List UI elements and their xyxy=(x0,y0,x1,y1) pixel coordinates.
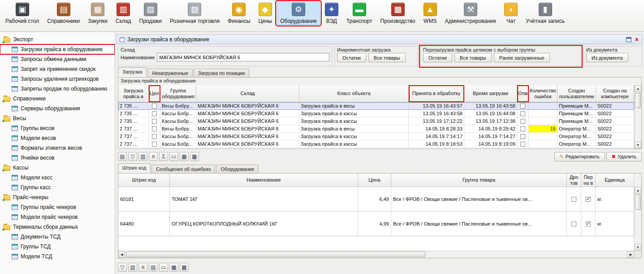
toolbar-item[interactable]: ◗ Чат xyxy=(501,1,521,25)
tree-item[interactable]: Группы весов xyxy=(0,123,115,133)
fill-down-icon[interactable]: ▤ xyxy=(149,263,158,272)
tree-item[interactable]: Кассы xyxy=(0,163,115,173)
tree-item[interactable]: Терминалы сбора данных xyxy=(0,222,115,232)
tree-item[interactable]: Запреты продаж по оборудованию xyxy=(0,84,115,94)
toolbar-item[interactable]: ▦ Закупки xyxy=(84,1,111,25)
row-numbers-icon[interactable]: ≡ xyxy=(138,263,147,272)
delete-button[interactable]: ✖ Удалить xyxy=(606,152,642,161)
column-header-price[interactable]: Цена xyxy=(358,174,391,187)
tree-item[interactable]: Запрет на применение скидок xyxy=(0,64,115,74)
column-header-object-class[interactable]: Класс объекта xyxy=(299,85,409,102)
column-header-unit[interactable]: Единица xyxy=(596,174,634,187)
totals-icon[interactable]: Σ xyxy=(159,152,168,161)
toolbar-item[interactable]: ▮ Учётная запись xyxy=(522,1,568,25)
load-row[interactable]: 2 737 ... Кассы Бобр... МАГАЗИН МИНСК БО… xyxy=(118,133,634,140)
excel-export-icon[interactable]: ▦ xyxy=(169,263,178,272)
column-header-mark[interactable]: Отм xyxy=(517,85,529,102)
tree-item[interactable]: Справочники xyxy=(0,94,115,104)
column-header-error-count[interactable]: Количество ошибок xyxy=(529,85,558,102)
tree-item[interactable]: Форматы этикеток весов xyxy=(0,143,115,153)
fractional-checkbox[interactable] xyxy=(571,197,576,202)
mark-checkbox[interactable] xyxy=(520,111,525,116)
incremental-load-button[interactable]: Все товары xyxy=(368,53,406,62)
target-checkbox[interactable] xyxy=(152,134,157,139)
product-row[interactable]: 60181 ТОМАТ 1КГ 6,49 Все / ФРОВ / Овощи … xyxy=(118,187,634,212)
scroll-down-button[interactable]: ▼ xyxy=(635,244,641,251)
toolbar-item[interactable]: ▧ Продажи xyxy=(136,1,165,25)
toolbar-item[interactable]: ▨ Розничная торговля xyxy=(166,1,223,25)
edit-button[interactable]: ✎ Редактировать xyxy=(554,152,605,161)
column-header-product-group[interactable]: Группа товара xyxy=(391,174,567,187)
columns-icon[interactable]: ▥ xyxy=(138,152,147,161)
close-button[interactable]: × xyxy=(634,36,640,43)
full-reload-button[interactable]: Все товары xyxy=(454,53,492,62)
load-row[interactable]: 2 735 ... Весы Бобру... МАГАЗИН МИНСК БО… xyxy=(118,102,634,110)
scroll-up-button[interactable]: ▲ xyxy=(635,187,641,194)
toolbar-item[interactable]: ⚒ Администрирование xyxy=(441,1,500,25)
target-checkbox[interactable] xyxy=(152,142,157,147)
column-header-load-time[interactable]: Время загрузки xyxy=(464,85,517,102)
scroll-thumb[interactable] xyxy=(635,93,641,108)
toolbar-item[interactable]: ⚙ Оборудование xyxy=(277,1,320,25)
column-header-accepted[interactable]: Принята в обработку xyxy=(409,85,464,102)
scroll-left-button[interactable]: ◀ xyxy=(118,251,125,258)
mark-checkbox[interactable] xyxy=(520,119,525,124)
tree-item[interactable]: Запросы удаления штрихкодов xyxy=(0,74,115,84)
column-header-name[interactable]: Наименование xyxy=(170,174,358,187)
mark-checkbox[interactable] xyxy=(520,126,525,131)
tree-item[interactable]: Модели касс xyxy=(0,173,115,183)
toolbar-item[interactable]: ▤ Справочники xyxy=(43,1,83,25)
scroll-right-button[interactable]: ▶ xyxy=(627,251,634,258)
mark-checkbox[interactable] xyxy=(520,134,525,139)
full-reload-button[interactable]: Остатки xyxy=(423,53,452,62)
fill-down-icon[interactable]: ▤ xyxy=(118,152,127,161)
toolbar-item[interactable]: ✦ ВЭД xyxy=(321,1,342,25)
tree-item[interactable]: Серверы оборудования xyxy=(0,104,115,113)
toolbar-item[interactable]: ▩ Производство xyxy=(377,1,419,25)
print-icon[interactable]: ▭ xyxy=(169,152,178,161)
column-header-print-on-scale[interactable]: Пер на в xyxy=(581,174,596,187)
tree-item[interactable]: Группы касс xyxy=(0,183,115,192)
load-row[interactable]: 2 735 ... Кассы Бобр... МАГАЗИН МИНСК БО… xyxy=(118,110,634,117)
column-header-load-id[interactable]: Загрузка прайса в xyxy=(118,85,149,102)
print-on-scale-checkbox[interactable] xyxy=(586,222,591,226)
filter-icon[interactable]: ▽ xyxy=(128,152,137,161)
row-numbers-icon[interactable]: ≡ xyxy=(149,152,158,161)
store-name-input[interactable] xyxy=(157,53,329,61)
target-checkbox[interactable] xyxy=(152,119,157,124)
table-settings-icon[interactable]: ▩ xyxy=(190,152,199,161)
detail-tab[interactable]: Сообщения об ошибках xyxy=(151,165,215,173)
toolbar-item[interactable]: ▬ Транспорт xyxy=(343,1,376,25)
load-row[interactable]: 2 737 ... Кассы Бобр... МАГАЗИН МИНСК БО… xyxy=(118,140,634,148)
tree-item[interactable]: Модели весов xyxy=(0,133,115,143)
tree-item[interactable]: Группы прайс чекеров xyxy=(0,202,115,212)
tree-item[interactable]: Модели ТСД xyxy=(0,252,115,261)
toolbar-item[interactable]: ▣ Рабочий стол xyxy=(2,1,43,25)
mark-checkbox[interactable] xyxy=(520,104,525,109)
fractional-checkbox[interactable] xyxy=(571,222,576,226)
scroll-thumb[interactable] xyxy=(126,252,425,257)
toolbar-item[interactable]: ▲ WMS xyxy=(420,1,441,25)
toolbar-item[interactable]: ▥ Склад xyxy=(112,1,135,25)
excel-export-icon[interactable]: ▦ xyxy=(180,152,189,161)
column-header-fractional[interactable]: Дро тов xyxy=(567,174,581,187)
maximize-button[interactable] xyxy=(626,37,631,42)
tree-item[interactable]: Экспорт xyxy=(0,35,115,44)
tree-item[interactable]: Модели прайс чекеров xyxy=(0,212,115,222)
target-checkbox[interactable] xyxy=(152,126,157,131)
tree-item[interactable]: Группы ТСД xyxy=(0,242,115,252)
load-tab[interactable]: Загрузка по позиции xyxy=(194,69,249,77)
load-row[interactable]: 2 735 ... Кассы Бобр... МАГАЗИН МИНСК БО… xyxy=(118,117,634,125)
from-document-button[interactable]: Из документа xyxy=(586,53,628,62)
full-reload-button[interactable]: Ранее загруженные xyxy=(494,53,550,62)
print-on-scale-checkbox[interactable] xyxy=(586,197,591,202)
column-header-equipment-group[interactable]: Группа оборудования xyxy=(160,85,196,102)
load-row[interactable]: 2 737 ... Весы Бобру... МАГАЗИН МИНСК БО… xyxy=(118,125,634,133)
scroll-thumb[interactable] xyxy=(635,195,641,210)
tree-item[interactable]: Запросы обмена данными xyxy=(0,54,115,64)
product-row[interactable]: 64480 ОГУРЕЦ КОРОТКОПЛОДНЫЙ КОЛЮЧИЙ 1КГ … xyxy=(118,212,634,236)
columns-icon[interactable]: ▥ xyxy=(128,263,137,272)
print-icon[interactable]: ▭ xyxy=(159,263,168,272)
tree-item[interactable]: Прайс-чекеры xyxy=(0,192,115,202)
load-tab[interactable]: Незагруженные xyxy=(147,69,192,77)
